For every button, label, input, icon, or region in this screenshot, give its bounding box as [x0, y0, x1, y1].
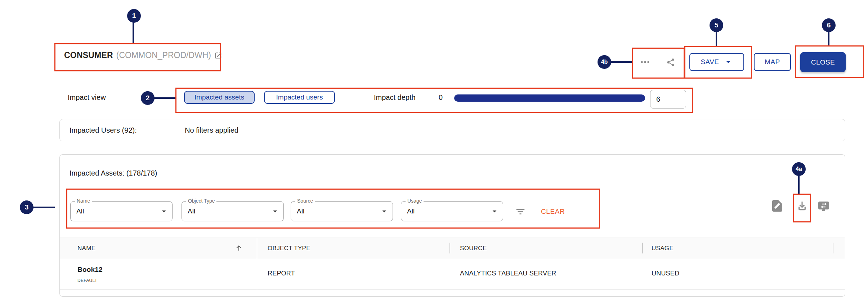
impacted-users-filter-status: No filters applied: [185, 126, 238, 134]
table-row[interactable]: Book12 DEFAULT REPORT ANALYTICS TABLEAU …: [60, 259, 845, 289]
annotation-3-stem: [33, 207, 55, 208]
chevron-down-icon: [490, 207, 499, 217]
entity-path: (COMMON_PROD/DWH): [116, 50, 211, 60]
close-button[interactable]: CLOSE: [800, 52, 846, 72]
impacted-users-card: Impacted Users (92): No filters applied: [59, 119, 845, 141]
impacted-assets-toggle-label: Impacted assets: [194, 93, 244, 101]
impacted-assets-title: Impacted Assets: (178/178): [70, 169, 157, 177]
asset-source: ANALYTICS TABLEAU SERVER: [460, 270, 556, 277]
header-divider: [449, 243, 450, 253]
impact-depth-input[interactable]: [650, 90, 686, 109]
edit-note-icon[interactable]: [771, 199, 783, 212]
open-in-new-icon[interactable]: [214, 52, 222, 59]
entity-title: CONSUMER (COMMON_PROD/DWH): [64, 50, 222, 60]
impact-depth-slider[interactable]: [454, 94, 645, 102]
annotation-6: 6: [822, 18, 836, 32]
chevron-down-icon: [380, 207, 389, 217]
column-header-usage[interactable]: USAGE: [652, 245, 674, 252]
annotation-2: 2: [141, 91, 155, 105]
header-divider: [642, 243, 643, 253]
chevron-down-icon: [270, 207, 280, 217]
clear-filters-button[interactable]: CLEAR: [539, 207, 567, 216]
annotation-4b: 4b: [598, 55, 611, 69]
filter-source-dropdown[interactable]: Source All: [291, 201, 393, 221]
compare-display-icon[interactable]: [817, 200, 830, 213]
annotation-5-stem: [716, 31, 717, 46]
download-icon[interactable]: [796, 200, 809, 213]
chevron-down-icon: [159, 207, 169, 217]
annotation-4b-stem: [610, 61, 632, 63]
asset-object-type: REPORT: [268, 270, 295, 277]
annotation-3: 3: [20, 200, 33, 214]
filter-usage-dropdown[interactable]: Usage All: [401, 201, 503, 221]
impact-analysis-screen: 1 4b 5 6 2 3 4a CONSUMER (COMMON_PROD/DW…: [0, 0, 868, 305]
sort-ascending-icon[interactable]: [234, 244, 243, 252]
impacted-users-label: Impacted Users (92):: [70, 126, 137, 134]
filter-object-type-value: All: [188, 202, 195, 221]
annotation-4a: 4a: [792, 162, 806, 176]
impact-view-label: Impact view: [68, 93, 106, 102]
share-icon[interactable]: [666, 57, 676, 67]
asset-usage: UNUSED: [652, 270, 679, 277]
save-button[interactable]: SAVE: [689, 53, 744, 71]
more-options-icon[interactable]: [638, 58, 652, 66]
filter-list-icon[interactable]: [515, 206, 526, 217]
save-button-label: SAVE: [701, 58, 719, 66]
column-header-source[interactable]: SOURCE: [460, 245, 487, 252]
caret-down-icon: [724, 58, 733, 66]
filter-object-type-dropdown[interactable]: Object Type All: [182, 201, 284, 221]
filter-usage-value: All: [407, 202, 415, 221]
asset-name[interactable]: Book12: [77, 266, 103, 274]
annotation-2-stem: [154, 97, 175, 99]
filter-name-value: All: [76, 202, 84, 221]
header-divider: [833, 243, 833, 253]
map-button[interactable]: MAP: [754, 53, 791, 71]
impacted-users-toggle[interactable]: Impacted users: [264, 91, 335, 104]
asset-schema: DEFAULT: [77, 278, 97, 283]
annotation-1-stem: [133, 21, 134, 43]
row-border: [60, 289, 845, 290]
impact-depth-label: Impact depth: [374, 93, 416, 102]
close-button-label: CLOSE: [811, 58, 835, 66]
table-header-row: [60, 238, 845, 259]
map-button-label: MAP: [765, 58, 780, 66]
entity-name: CONSUMER: [64, 50, 113, 60]
column-header-name[interactable]: NAME: [77, 245, 95, 252]
annotation-1: 1: [127, 9, 141, 23]
column-header-object-type[interactable]: OBJECT TYPE: [268, 245, 310, 252]
filter-name-dropdown[interactable]: Name All: [70, 201, 173, 221]
impact-depth-min: 0: [439, 93, 443, 102]
impacted-assets-card: Impacted Assets: (178/178) Name All Obje…: [59, 154, 845, 297]
annotation-5: 5: [710, 18, 723, 32]
impacted-assets-toggle[interactable]: Impacted assets: [184, 91, 255, 104]
impacted-users-toggle-label: Impacted users: [276, 93, 323, 101]
annotation-6-stem: [828, 31, 829, 45]
filter-source-value: All: [297, 202, 304, 221]
annotation-4a-stem: [798, 175, 800, 194]
table-top-border: [60, 238, 845, 238]
